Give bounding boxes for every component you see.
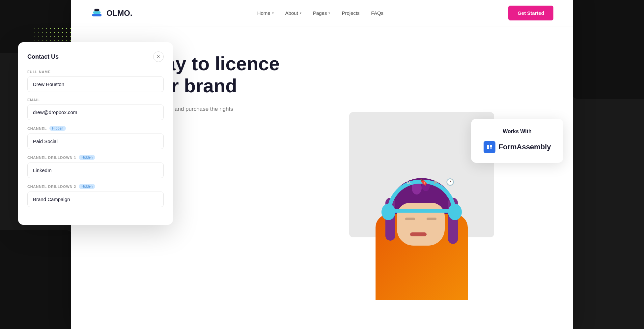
label-email: Email	[27, 98, 164, 102]
eye-right	[427, 218, 436, 220]
dark-corner-tr	[572, 0, 644, 99]
dark-corner-bl	[0, 230, 72, 329]
nav-label-projects: Projects	[342, 10, 359, 16]
formassembly-icon	[484, 141, 495, 153]
form-group-channel: Channel Hidden	[27, 126, 164, 149]
hidden-badge-drilldown-2: Hidden	[79, 184, 95, 189]
headphone-cup-left	[381, 204, 395, 220]
nav-item-projects[interactable]: Projects	[342, 10, 359, 16]
hidden-badge-drilldown-1: Hidden	[79, 155, 95, 160]
nav-item-faqs[interactable]: FAQs	[371, 10, 384, 16]
hidden-badge-channel: Hidden	[49, 126, 66, 131]
logo-icon	[91, 7, 103, 19]
label-full-name: Full Name	[27, 70, 164, 74]
nav-links: Home ▾ About ▾ Pages ▾ Projects	[257, 10, 383, 16]
action-icons: 🔖 ➤ 🕐	[420, 178, 455, 187]
formassembly-logo: FormAssembly	[479, 141, 555, 153]
works-with-title: Works With	[479, 129, 555, 135]
works-with-card: Works With FormAssembly	[471, 119, 563, 163]
logo[interactable]: OLMO.	[91, 7, 132, 19]
nav-item-pages[interactable]: Pages ▾	[313, 10, 330, 16]
lips	[410, 232, 427, 236]
nav-arrow-home: ▾	[272, 11, 274, 15]
watermark-logo: o.	[406, 179, 412, 186]
label-channel: Channel Hidden	[27, 126, 164, 131]
formassembly-text: FormAssembly	[499, 143, 551, 151]
nav-item-home[interactable]: Home ▾	[257, 10, 274, 16]
nav-label-about: About	[285, 10, 298, 16]
clock-icon[interactable]: 🕐	[446, 178, 455, 187]
input-email[interactable]	[27, 105, 164, 120]
input-full-name[interactable]	[27, 76, 164, 92]
nav-item-about[interactable]: About ▾	[285, 10, 301, 16]
input-channel[interactable]	[27, 134, 164, 149]
label-channel-drilldown-2: Channel Drilldown 2 Hidden	[27, 184, 164, 189]
logo-text: OLMO.	[106, 9, 132, 18]
form-group-channel-drilldown-2: Channel Drilldown 2 Hidden	[27, 184, 164, 207]
head	[389, 178, 455, 257]
input-channel-drilldown-1[interactable]	[27, 163, 164, 178]
eye-left	[405, 218, 415, 220]
nav-arrow-pages: ▾	[328, 11, 330, 15]
label-channel-drilldown-1: Channel Drilldown 1 Hidden	[27, 155, 164, 160]
bookmark-icon[interactable]: 🔖	[420, 178, 428, 187]
headphone-cup-right	[448, 204, 462, 220]
send-icon[interactable]: ➤	[433, 178, 441, 187]
modal-header: Contact Us ×	[27, 51, 164, 62]
navbar: OLMO. Home ▾ About ▾ Pages ▾	[71, 0, 573, 26]
person-figure	[376, 178, 468, 300]
nav-label-home: Home	[257, 10, 270, 16]
form-group-email: Email	[27, 98, 164, 120]
form-group-full-name: Full Name	[27, 70, 164, 92]
get-started-button[interactable]: Get Started	[508, 6, 553, 20]
contact-modal: Contact Us × Full Name Email Channel Hid…	[18, 42, 173, 225]
nav-label-faqs: FAQs	[371, 10, 384, 16]
form-group-channel-drilldown-1: Channel Drilldown 1 Hidden	[27, 155, 164, 178]
svg-rect-1	[93, 11, 101, 14]
nav-arrow-about: ▾	[300, 11, 301, 15]
modal-close-button[interactable]: ×	[153, 51, 164, 62]
input-channel-drilldown-2[interactable]	[27, 192, 164, 207]
svg-rect-2	[94, 9, 99, 11]
modal-title: Contact Us	[27, 53, 59, 60]
svg-rect-0	[92, 14, 102, 16]
nav-label-pages: Pages	[313, 10, 327, 16]
